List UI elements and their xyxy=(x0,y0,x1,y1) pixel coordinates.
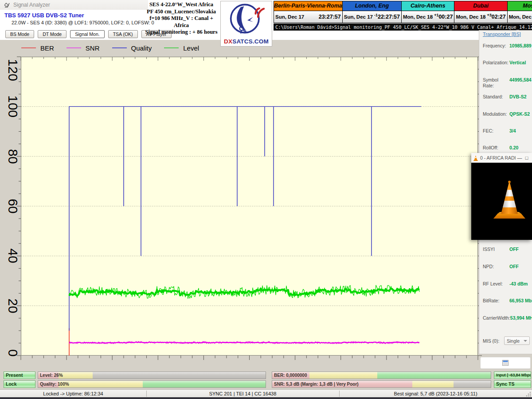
legend-item-snr: SNR xyxy=(66,44,100,52)
tuner-details: 22.0W - SES 4 (ID: 3380) @ LOF1: 9750000… xyxy=(12,20,154,25)
present-badge: Present xyxy=(4,372,35,379)
transponder-label: NPD: xyxy=(483,264,509,270)
y-axis-tick-label: 100 xyxy=(5,95,20,117)
vlc-cone-mini-icon xyxy=(473,155,478,161)
status-uptime: Locked -> Uptime: 86:12:34 xyxy=(0,390,146,398)
y-axis-tick-label: 120 xyxy=(5,59,20,81)
clock-date: Mon, Dec 18 xyxy=(509,14,532,20)
transponder-row-standard: Standard: DVB-S2 xyxy=(483,94,530,100)
mis-row: MIS (0): Single xyxy=(483,336,530,345)
clock-london-eng: London, Eng Sun, Dec 17 -1 22:27:57 xyxy=(342,1,402,23)
vlc-titlebar[interactable]: 0 - AFRICA RADIO... — □ xyxy=(471,153,532,163)
transponder-value: 53,994 MHz xyxy=(510,315,532,321)
logo-text: DXSATCS.COM xyxy=(221,38,272,45)
clock-date: Sun, Dec 17 xyxy=(344,14,373,20)
transponder-label: Frequency: xyxy=(483,43,509,49)
status-best-signal: Best signal: 5,7 dB (2023-12-16 05:11) xyxy=(339,390,532,398)
vlc-cone-logo xyxy=(491,173,528,226)
transponder-value: 3/4 xyxy=(509,128,516,134)
transponder-label: BitRate: xyxy=(483,298,509,304)
legend-swatch xyxy=(66,47,81,48)
legend-label: BER xyxy=(40,44,54,52)
clock-utc-offset: -1 xyxy=(374,13,378,17)
transponder-row-fec: FEC: 3/4 xyxy=(483,128,530,134)
clock-moscow: Moscow Mon, Dec 18 +2 01:27 xyxy=(507,1,532,23)
window-bottom-edge xyxy=(0,397,532,399)
y-axis-tick-label: 20 xyxy=(5,298,20,313)
window-title: Signal Analyzer xyxy=(13,0,50,10)
y-axis-tick-label: 60 xyxy=(5,199,20,213)
tab-dt-mode[interactable]: DT Mode xyxy=(38,30,66,38)
tuner-name: TBS 5927 USB DVB-S2 Tuner xyxy=(4,12,84,19)
header-line-1: SES 4-22.0°W_West Africa xyxy=(143,1,220,8)
window-titlebar: Signal Analyzer xyxy=(0,0,148,10)
vlc-video-area[interactable] xyxy=(471,163,532,240)
transponder-value: -43 dBm xyxy=(509,281,528,287)
legend-item-quality: Quality xyxy=(112,44,152,52)
vlc-maximize-button[interactable]: □ xyxy=(523,155,530,160)
lock-badge: Lock xyxy=(4,380,35,388)
ts-list-icon xyxy=(502,360,509,366)
status-bar: Locked -> Uptime: 86:12:34 SYNC 201 | TE… xyxy=(0,389,532,397)
transponder-row-carrierwidth: CarrierWidth: 53,994 MHz xyxy=(483,315,530,321)
chart-zone: BER SNR Quality Level 120100806040200 xyxy=(0,40,532,389)
clock-city-label: Dubai xyxy=(454,1,507,11)
clock-city-label: Cairo-Athens xyxy=(402,1,454,11)
tab-tsa-ok-[interactable]: TSA (OK) xyxy=(108,30,138,38)
transponder-label: Symbol Rate: xyxy=(483,77,509,89)
clock-time: 22:27:57 xyxy=(378,14,400,20)
input-badge: Input (~63,84 Mbps) xyxy=(494,372,531,379)
transponder-value: OFF xyxy=(509,264,519,270)
tab-bs-mode[interactable]: BS Mode xyxy=(5,30,34,38)
transponder-row-modulation: Modulation: QPSK-S2 xyxy=(483,111,530,117)
clock-date: Sun, Dec 17 xyxy=(275,14,304,20)
signal-plot xyxy=(21,57,478,356)
clock-time-row: Sun, Dec 17 23:27:57 xyxy=(274,11,342,23)
tab-signal-mon-[interactable]: Signal Mon. xyxy=(70,30,104,38)
snr-meter: SNR: 5,3 dB (Margin: 1,3 dB | Very Poor) xyxy=(272,380,491,388)
transponder-label: CarrierWidth: xyxy=(483,315,510,321)
legend-label: Level xyxy=(183,44,199,52)
clock-time-row: Mon, Dec 18 +3 02:27 xyxy=(454,11,507,23)
resize-grip[interactable] xyxy=(526,391,531,397)
transponder-label: Standard: xyxy=(483,94,509,100)
clock-time: 02:27 xyxy=(492,14,506,20)
vlc-title: 0 - AFRICA RADIO... xyxy=(480,155,516,160)
y-axis-tick-label: 80 xyxy=(5,149,20,164)
clock-time-row: Mon, Dec 18 +1 00:27 xyxy=(402,11,454,23)
transponder-row-symbolrate: Symbol Rate: 44995,584 KS/s xyxy=(483,77,530,89)
quality-meter: Quality: 100% xyxy=(38,380,266,388)
legend-swatch xyxy=(21,47,36,48)
terminal-line[interactable]: C:\Users\Roman Dávid>Signal monitoring_P… xyxy=(274,23,532,31)
transport-stream-button[interactable] xyxy=(480,357,531,369)
clock-date: Mon, Dec 18 xyxy=(456,14,485,20)
legend-item-ber: BER xyxy=(21,44,54,52)
transponder-title: Transponder [BS] xyxy=(483,31,521,37)
vlc-window: 0 - AFRICA RADIO... — □ xyxy=(471,153,532,240)
clock-time: 23:27:57 xyxy=(319,14,341,20)
transponder-row-rolloff: RollOff: 0.20 xyxy=(483,145,530,151)
transponder-label: Polarization: xyxy=(483,60,509,66)
status-sync-counters: SYNC 201 | TEI 14 | CC 16438 xyxy=(146,390,339,398)
clock-date: Mon, Dec 18 xyxy=(403,14,433,20)
mis-dropdown[interactable]: Single xyxy=(504,336,530,345)
clock-city-label: Moscow xyxy=(508,1,532,11)
legend-label: Quality xyxy=(131,44,152,52)
clock-city-label: Berlin-Paris-Vienna-Roma xyxy=(274,1,342,11)
vlc-minimize-button[interactable]: — xyxy=(516,155,523,160)
chart-legend: BER SNR Quality Level xyxy=(21,43,211,53)
legend-label: SNR xyxy=(86,44,100,52)
transponder-label: RF Level: xyxy=(483,281,509,287)
clock-utc-offset: +3 xyxy=(487,13,491,17)
mis-label: MIS (0): xyxy=(483,338,504,344)
clock-dubai: Dubai Mon, Dec 18 +3 02:27 xyxy=(454,1,507,23)
chevron-down-icon xyxy=(524,340,527,342)
transponder-row-npd: NPD: OFF xyxy=(483,264,530,270)
clock-utc-offset: +1 xyxy=(434,13,438,17)
clock-time-row: Mon, Dec 18 +2 01:27 xyxy=(508,11,532,23)
transponder-label: FEC: xyxy=(483,128,509,134)
transponder-row-rflevel: RF Level: -43 dBm xyxy=(483,281,530,287)
header-line-4: Signal monitoring : + 86 hours xyxy=(143,29,220,36)
transponder-label: Modulation: xyxy=(483,111,509,117)
clock-city-label: London, Eng xyxy=(343,1,401,11)
